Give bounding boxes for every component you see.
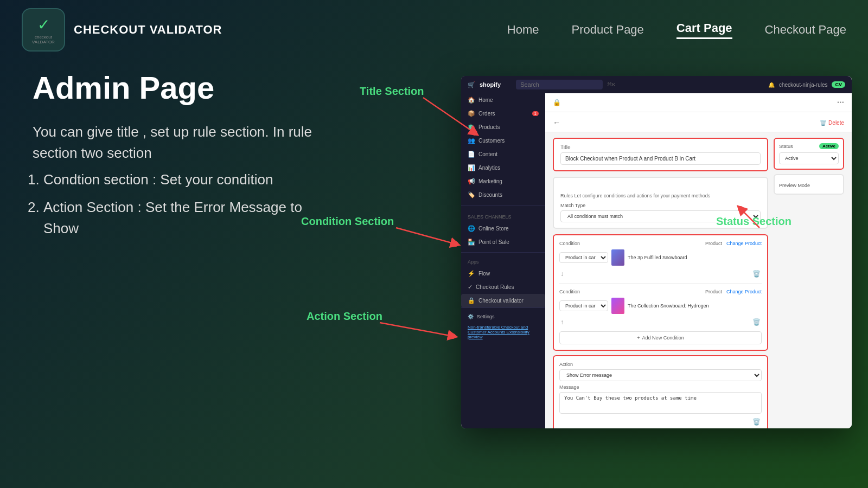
- sidebar-item-checkout-validator[interactable]: 🔒 Checkout validator: [461, 294, 545, 307]
- product-1-thumbnail: [611, 249, 624, 266]
- status-card: Status Active Active: [774, 138, 844, 170]
- sidebar-content-label: Content: [478, 151, 497, 157]
- sidebar-item-content[interactable]: 📄 Content: [461, 147, 545, 161]
- match-type-select[interactable]: All conditions must match: [560, 210, 761, 222]
- checkout-rules-icon: ✓: [468, 284, 473, 291]
- rules-section-card: Rules Rules Let configure conditions and…: [553, 177, 768, 229]
- delete-label: Delete: [828, 120, 844, 126]
- sidebar-pos-label: Point of Sale: [478, 239, 509, 245]
- condition-2-label: Condition: [559, 289, 701, 294]
- home-icon: 🏠: [468, 97, 475, 104]
- product-1-name: The 3p Fulfilled Snowboard: [628, 255, 687, 260]
- conditions-block: Condition Product Change Product Product…: [553, 234, 768, 351]
- form-left: Title Rules Rules Let configure conditio…: [553, 138, 768, 428]
- settings-label: Settings: [477, 314, 495, 319]
- products-icon: 🛍️: [468, 124, 475, 131]
- nav-links: Home Product Page Cart Page Checkout Pag…: [507, 21, 846, 39]
- delete-button[interactable]: 🗑️ Delete: [820, 120, 844, 126]
- feature-1: Condtion section : Set your condition: [43, 169, 315, 190]
- sidebar-bottom: ⚙️ Settings Non-transferable Checkout an…: [461, 307, 545, 345]
- orders-icon: 📦: [468, 110, 475, 117]
- condition-1-select[interactable]: Product in cart: [559, 252, 608, 263]
- sidebar-item-checkout-rules[interactable]: ✓ Checkout Rules: [461, 280, 545, 294]
- sidebar-item-orders[interactable]: 📦 Orders 1: [461, 107, 545, 120]
- condition-2-product-row: Product in cart The Collection Snowboard…: [559, 298, 762, 314]
- pos-icon: 🏪: [468, 239, 475, 246]
- sidebar-item-home[interactable]: 🏠 Home: [461, 93, 545, 107]
- nav-cart-page[interactable]: Cart Page: [676, 21, 732, 39]
- description: You can give title , set up rule section…: [33, 121, 315, 239]
- change-product-1-link[interactable]: Change Product: [726, 241, 762, 246]
- sales-channels-label: Sales channels: [461, 209, 545, 222]
- analytics-icon: 📊: [468, 164, 475, 171]
- topbar-right: 🔔 checkout-ninja-rules CV: [768, 81, 845, 88]
- sidebar-item-discounts[interactable]: 🏷️ Discounts: [461, 188, 545, 202]
- sidebar-checkout-validator-label: Checkout validator: [478, 298, 524, 304]
- sidebar-item-customers[interactable]: 👥 Customers: [461, 134, 545, 147]
- message-label: Message: [559, 384, 762, 390]
- move-up-2-button[interactable]: ↑: [559, 317, 565, 327]
- condition-2-select[interactable]: Product in cart: [559, 300, 608, 311]
- title-input[interactable]: [560, 152, 761, 165]
- page-header: ← Cart Validation 🗑️ Delete: [545, 112, 852, 132]
- condition-1: Condition Product Change Product Product…: [559, 241, 762, 284]
- add-condition-button[interactable]: + Add New Condition: [559, 331, 762, 344]
- app-icon: 🔒: [553, 99, 561, 106]
- action-label: Action: [559, 362, 762, 367]
- back-arrow-icon[interactable]: ←: [553, 118, 560, 127]
- rules-desc: Rules Let configure conditions and actio…: [560, 193, 761, 198]
- shield-icon: ✓: [37, 16, 50, 34]
- page-header-title: Cart Validation: [565, 118, 626, 127]
- customers-icon: 👥: [468, 137, 475, 144]
- sidebar-item-flow[interactable]: ⚡ Flow: [461, 267, 545, 280]
- condition-2-header: Condition Product Change Product: [559, 289, 762, 294]
- trash-icon: 🗑️: [820, 120, 826, 126]
- nav-product-page[interactable]: Product Page: [572, 23, 644, 37]
- shopify-logo: 🛒: [468, 81, 475, 88]
- preview-mode-label: Preview Mode: [779, 183, 839, 188]
- svg-point-10: [450, 333, 456, 339]
- preview-mode-card: Preview Mode: [774, 174, 844, 195]
- main-content: 🔒 Checkout validator ··· ← Cart Validati…: [545, 76, 852, 428]
- sidebar-item-marketing[interactable]: 📢 Marketing: [461, 175, 545, 188]
- condition-2-footer: ↑ 🗑️: [559, 317, 762, 327]
- shopify-search-input[interactable]: [516, 80, 603, 89]
- condition-1-header: Condition Product Change Product: [559, 241, 762, 246]
- action-block: Action Show Error message Message You Ca…: [553, 355, 768, 428]
- sidebar-item-products[interactable]: 🛍️ Products: [461, 120, 545, 134]
- search-shortcut: ⌘K: [607, 82, 615, 87]
- settings-item[interactable]: ⚙️ Settings: [468, 311, 539, 322]
- sidebar-item-online-store[interactable]: 🌐 Online Store: [461, 222, 545, 235]
- title-field-label: Title: [560, 144, 761, 150]
- feature-list: Condtion section : Set your condition Ac…: [43, 169, 315, 239]
- sidebar-item-analytics[interactable]: 📊 Analytics: [461, 161, 545, 175]
- sidebar-item-pos[interactable]: 🏪 Point of Sale: [461, 235, 545, 249]
- change-product-2-link[interactable]: Change Product: [726, 289, 762, 294]
- title-section-card: Title: [553, 138, 768, 171]
- brand-name: CHECKOUT VALIDATOR: [74, 23, 222, 37]
- move-down-1-button[interactable]: ↓: [559, 269, 565, 279]
- sidebar-customers-label: Customers: [478, 138, 505, 144]
- action-select[interactable]: Show Error message: [559, 369, 762, 381]
- left-content: Admin Page You can give title , set up r…: [33, 70, 315, 246]
- nav-home[interactable]: Home: [507, 23, 539, 37]
- delete-action-button[interactable]: 🗑️: [751, 417, 762, 427]
- settings-icon: ⚙️: [468, 314, 474, 319]
- form-right: Status Active Active Preview Mode: [774, 138, 844, 428]
- message-textarea[interactable]: You Can't Buy these two products at same…: [559, 392, 762, 414]
- page-header-left: ← Cart Validation: [553, 118, 626, 127]
- non-transferable-link[interactable]: Non-transferable Checkout and Customer A…: [468, 322, 539, 342]
- svg-point-9: [453, 241, 458, 247]
- product-2-name: The Collection Snowboard: Hydrogen: [628, 303, 709, 309]
- nav-checkout-page[interactable]: Checkout Page: [765, 23, 846, 37]
- delete-condition-2-button[interactable]: 🗑️: [751, 317, 762, 327]
- product-2-thumbnail: [611, 298, 624, 314]
- status-select[interactable]: Active: [779, 152, 839, 164]
- delete-condition-1-button[interactable]: 🗑️: [751, 269, 762, 279]
- shopify-top-bar: 🛒 shopify ⌘K 🔔 checkout-ninja-rules CV: [461, 76, 852, 93]
- more-options-icon[interactable]: ···: [837, 98, 844, 107]
- logo-subtext: checkoutVALDATOR: [32, 35, 55, 44]
- rules-title: Rules: [560, 183, 761, 191]
- feature-2: Action Section : Set the Error Message t…: [43, 197, 315, 239]
- sidebar-home-label: Home: [478, 97, 493, 103]
